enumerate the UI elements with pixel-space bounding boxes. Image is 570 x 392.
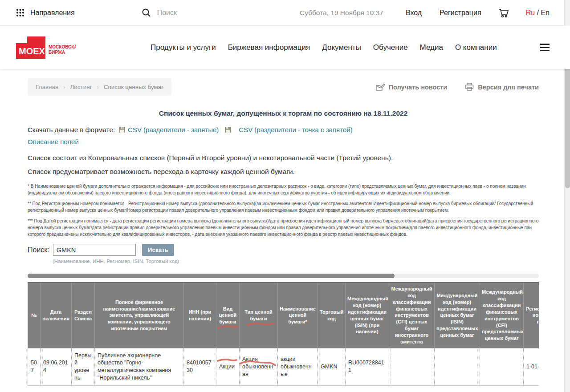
cart-icon[interactable] (498, 8, 510, 18)
lang-ru[interactable]: Ru (526, 9, 535, 16)
column-header-3: Полное фирменное наименование/наименован… (95, 283, 184, 348)
breadcrumb-separator: › (97, 84, 99, 90)
securities-table-head-row: №Дата включенияРаздел СпискаПолное фирме… (28, 283, 539, 348)
column-header-2: Раздел Списка (72, 283, 95, 348)
site-search[interactable]: Поиск (142, 8, 177, 17)
column-header-1: Дата включения (41, 283, 72, 348)
floppy-disk-icon (225, 127, 231, 133)
table-cell-0: 507 (28, 348, 41, 386)
breadcrumb: Главная›Листинг›Список ценных бумаг (28, 78, 171, 96)
lang-separator: / (535, 9, 541, 16)
column-header-11: Международный код (номер) идентификации … (435, 283, 480, 348)
breadcrumb-item-2: Список ценных бумаг (104, 84, 164, 90)
footnotes: * В Наименование ценной бумаги дополните… (28, 183, 539, 238)
breadcrumb-item-0[interactable]: Главная (36, 84, 58, 90)
search-placeholder-text: Поиск (157, 9, 177, 17)
nav-item-2[interactable]: Документы (322, 43, 361, 52)
printer-icon (465, 83, 474, 91)
subscribe-news-label: Получать новости (389, 84, 448, 91)
table-horizontal-scrollbar[interactable] (28, 274, 539, 278)
logo-subtitle-1: МОСКОВСКАЯ (49, 44, 76, 49)
scrollbar-thumb[interactable] (28, 274, 395, 278)
hamburger-menu-icon[interactable] (540, 44, 550, 51)
logo-subtitle-2: БИРЖА (49, 50, 65, 55)
grid-menu-icon (16, 8, 24, 17)
page-title: Список ценных бумаг, допущенных к торгам… (28, 109, 539, 117)
search-icon (142, 8, 151, 17)
utility-bar: Направления Поиск Суббота, 19 Ноября 10:… (0, 0, 570, 26)
login-link[interactable]: Вход (406, 9, 422, 17)
column-header-4: ИНН (при наличии) (184, 283, 216, 348)
main-header: MOEX МОСКОВСКАЯ БИРЖА Продукты и услугиБ… (0, 26, 570, 69)
datetime-label: Суббота, 19 Ноября 10:37 (300, 9, 383, 17)
column-header-0: № (28, 283, 41, 348)
securities-search-input[interactable] (53, 244, 136, 256)
table-cell-5: Акции (216, 348, 240, 386)
table-cell-10 (389, 348, 435, 386)
column-header-5: Вид ценной бумаги (216, 283, 240, 348)
column-header-9: Международный код (номер) идентификации … (346, 283, 389, 348)
breadcrumb-item-1[interactable]: Листинг (70, 84, 92, 90)
csv-comma-link[interactable]: CSV (разделители - запятые) (128, 126, 219, 133)
nav-item-0[interactable]: Продукты и услуги (151, 43, 216, 52)
language-switcher: Ru / En (526, 9, 550, 17)
table-row: 50709.06.2014Первый уровеньПубличное акц… (28, 348, 539, 386)
table-cell-6: Акция обыкновенная (240, 348, 278, 386)
column-header-7: Наименование ценной бумаги* (278, 283, 318, 348)
envelope-pencil-icon (376, 83, 385, 91)
footnote-3: *** Под Датой регистрации понимается - д… (28, 218, 539, 238)
footnote-1: * В Наименование ценной бумаги дополните… (28, 183, 539, 196)
intro-paragraph-2: Список предусматривает возможность перех… (28, 168, 539, 176)
table-cell-2: Первый уровень (72, 348, 95, 386)
table-cell-7: акции обыкновенные (278, 348, 318, 386)
nav-item-5[interactable]: О компании (455, 43, 497, 52)
nav-item-3[interactable]: Обучение (373, 43, 408, 52)
table-cell-12 (480, 348, 524, 386)
directions-label: Направления (30, 9, 75, 17)
print-version-label: Версия для печати (478, 84, 539, 91)
footnote-2: ** Под Регистрационным номером понимаетс… (28, 200, 539, 214)
download-row: Скачать данные в формате: CSV (разделите… (28, 126, 539, 133)
table-cell-13: 1-01-4 (524, 348, 539, 386)
moex-logo[interactable]: MOEX МОСКОВСКАЯ БИРЖА (16, 36, 76, 59)
securities-table-wrap: №Дата включенияРаздел СпискаПолное фирме… (28, 282, 539, 386)
intro-paragraph-1: Список состоит из Котировальных списков … (28, 154, 539, 162)
search-field-label: Поиск: (28, 246, 49, 254)
table-cell-9: RU0007288411 (346, 348, 389, 386)
table-cell-1: 09.06.2014 (41, 348, 72, 386)
directions-menu[interactable]: Направления (16, 8, 75, 17)
table-cell-3: Публичное акционерное общество "Горно-ме… (95, 348, 184, 386)
csv-semicolon-link[interactable]: CSV (разделители - точка с запятой) (239, 126, 352, 133)
column-header-12: Международный код классификации финансов… (480, 283, 524, 348)
lang-en[interactable]: En (541, 9, 550, 16)
column-header-13: Регистрационный номер** (при наличии) (524, 283, 539, 348)
print-version-link[interactable]: Версия для печати (465, 83, 539, 91)
search-hint: (Наименование, ИНН, Рег.номер, ISIN, Тор… (53, 259, 539, 264)
table-cell-4: 8401005730 (184, 348, 216, 386)
column-header-10: Международный код классификации финансов… (389, 283, 435, 348)
svg-text:MOEX: MOEX (19, 46, 45, 56)
floppy-disk-icon (119, 127, 125, 133)
subscribe-news-link[interactable]: Получать новости (376, 83, 448, 91)
table-cell-8: GMKN (318, 348, 346, 386)
page-content: Главная›Листинг›Список ценных бумаг Полу… (28, 78, 539, 386)
securities-search-block: Поиск: Искать (Наименование, ИНН, Рег.но… (28, 244, 539, 264)
download-prefix: Скачать данные в формате: (28, 126, 115, 133)
fields-description-link[interactable]: Описание полей (28, 138, 79, 145)
nav-item-4[interactable]: Медиа (420, 43, 443, 52)
search-submit-button[interactable]: Искать (142, 244, 174, 256)
securities-table: №Дата включенияРаздел СпискаПолное фирме… (28, 282, 539, 386)
column-header-8: Торговый код (318, 283, 346, 348)
register-link[interactable]: Регистрация (440, 9, 481, 17)
breadcrumb-separator: › (63, 84, 65, 90)
securities-table-body: 50709.06.2014Первый уровеньПубличное акц… (28, 348, 539, 386)
main-navigation: Продукты и услугиБиржевая информацияДоку… (151, 43, 497, 52)
column-header-6: Тип ценной бумаги (240, 283, 278, 348)
table-cell-11 (435, 348, 480, 386)
nav-item-1[interactable]: Биржевая информация (228, 43, 310, 52)
